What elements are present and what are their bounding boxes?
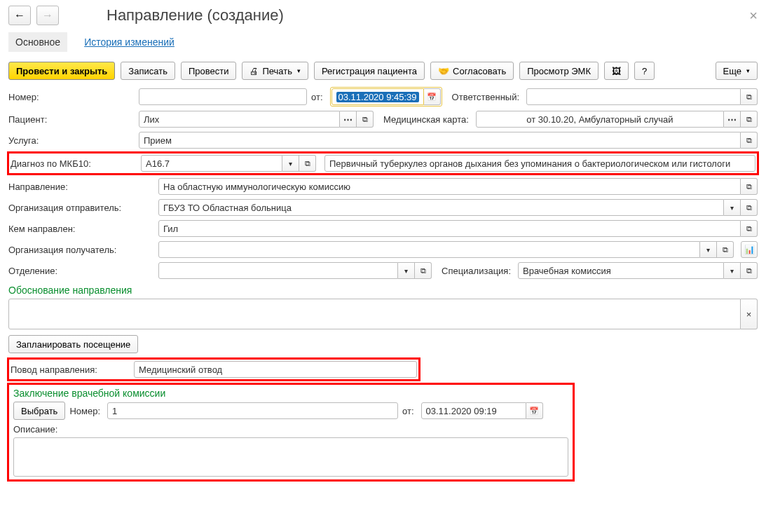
open-icon <box>746 93 752 102</box>
dots-icon <box>727 114 737 125</box>
dropdown-button[interactable] <box>724 262 741 279</box>
open-button[interactable] <box>717 241 734 258</box>
chevron-down-icon <box>404 266 408 275</box>
number-input[interactable] <box>139 88 307 105</box>
post-button[interactable]: Провести <box>181 62 237 80</box>
sent-by-label: Кем направлен: <box>8 224 154 234</box>
service-input[interactable]: Прием <box>139 132 741 149</box>
committee-from-label: от: <box>402 406 414 416</box>
tab-main[interactable]: Основное <box>8 32 67 52</box>
service-label: Услуга: <box>8 135 135 146</box>
dropdown-button[interactable] <box>700 241 717 258</box>
post-and-close-button[interactable]: Провести и закрыть <box>8 62 115 80</box>
org-receiver-label: Организация получатель: <box>8 245 154 255</box>
patient-input[interactable]: Лих <box>139 111 340 128</box>
reason-label: Повод направления: <box>11 364 130 375</box>
justification-title: Обоснование направления <box>8 285 758 296</box>
tab-history[interactable]: История изменений <box>77 32 182 52</box>
dropdown-button[interactable] <box>398 262 415 279</box>
justification-textarea[interactable] <box>8 299 741 329</box>
chevron-down-icon <box>289 159 292 168</box>
image-icon <box>612 66 621 76</box>
open-button[interactable] <box>741 199 758 216</box>
view-emk-button[interactable]: Просмотр ЭМК <box>519 62 599 80</box>
open-icon <box>746 136 752 145</box>
open-button[interactable] <box>741 262 758 279</box>
medcard-input[interactable]: от 30.10.20, Амбулаторный случай <box>476 111 724 128</box>
referral-input[interactable]: На областную иммунологическую комиссию <box>158 178 741 195</box>
handshake-icon <box>438 66 449 76</box>
medcard-label: Медицинская карта: <box>383 114 469 125</box>
open-button[interactable] <box>299 155 316 172</box>
image-button[interactable] <box>604 62 629 80</box>
description-textarea[interactable] <box>13 437 568 477</box>
open-button[interactable] <box>415 262 432 279</box>
select-button[interactable]: Выбрать <box>13 402 65 420</box>
open-button[interactable] <box>741 220 758 237</box>
dropdown-button[interactable] <box>282 155 299 172</box>
select-button[interactable] <box>724 111 741 128</box>
clear-button[interactable]: × <box>741 299 758 329</box>
datetime-input[interactable]: 03.11.2020 9:45:39 <box>331 88 424 105</box>
open-button[interactable] <box>741 178 758 195</box>
print-icon <box>249 66 259 76</box>
open-button[interactable] <box>741 111 758 128</box>
chevron-down-icon: ▾ <box>746 67 750 74</box>
committee-title: Заключение врачебной комиссии <box>13 388 568 399</box>
committee-number-label: Номер: <box>69 406 100 416</box>
dropdown-button[interactable] <box>724 199 741 216</box>
register-patient-button[interactable]: Регистрация пациента <box>314 62 425 80</box>
committee-number-input[interactable]: 1 <box>107 402 398 419</box>
org-sender-label: Организация отправитель: <box>8 203 154 213</box>
open-button[interactable] <box>741 132 758 149</box>
datetime-wrapper: 03.11.2020 9:45:39 <box>330 87 442 107</box>
department-input[interactable] <box>158 262 398 279</box>
calendar-button[interactable] <box>526 402 543 419</box>
agree-button[interactable]: Согласовать <box>430 62 514 80</box>
org-receiver-input[interactable] <box>158 241 700 258</box>
filter-icon <box>744 245 755 254</box>
patient-label: Пациент: <box>8 114 135 125</box>
responsible-input[interactable] <box>526 88 741 105</box>
chevron-down-icon: ▾ <box>297 67 301 74</box>
diagnosis-label: Диагноз по МКБ10: <box>11 158 137 169</box>
reason-input[interactable]: Медицинский отвод <box>134 361 417 378</box>
description-label: Описание: <box>13 424 568 435</box>
open-icon <box>746 203 752 212</box>
chevron-down-icon <box>706 245 710 254</box>
print-button[interactable]: Печать▾ <box>242 62 308 80</box>
write-button[interactable]: Записать <box>121 62 175 80</box>
from-label: от: <box>311 92 323 102</box>
committee-date-input[interactable]: 03.11.2020 09:19 <box>421 402 526 419</box>
sent-by-input[interactable]: Гил <box>158 220 741 237</box>
specialization-label: Специализация: <box>442 266 511 276</box>
open-icon <box>746 224 752 233</box>
calendar-icon <box>529 407 539 416</box>
open-icon <box>723 245 728 254</box>
diagnosis-code-input[interactable]: A16.7 <box>141 155 282 172</box>
more-button[interactable]: Еще▾ <box>716 62 758 80</box>
open-icon <box>362 115 368 124</box>
number-label: Номер: <box>8 92 135 102</box>
open-button[interactable] <box>357 111 374 128</box>
filter-button[interactable] <box>741 241 758 258</box>
open-icon <box>420 266 426 275</box>
close-icon[interactable]: × <box>749 8 758 24</box>
open-icon <box>746 266 752 275</box>
org-sender-input[interactable]: ГБУЗ ТО Областная больница <box>158 199 724 216</box>
back-button[interactable]: ← <box>8 6 31 25</box>
open-button[interactable] <box>741 88 758 105</box>
diagnosis-text-input[interactable]: Первичный туберкулез органов дыхания без… <box>324 155 755 172</box>
chevron-down-icon <box>730 203 734 212</box>
calendar-icon <box>427 93 437 102</box>
help-button[interactable]: ? <box>634 62 655 80</box>
calendar-button[interactable] <box>424 88 441 105</box>
forward-button[interactable]: → <box>36 6 59 25</box>
select-button[interactable] <box>340 111 357 128</box>
specialization-input[interactable]: Врачебная комиссия <box>518 262 724 279</box>
plan-visit-button[interactable]: Запланировать посещение <box>8 335 138 353</box>
chevron-down-icon <box>730 266 734 275</box>
department-label: Отделение: <box>8 266 154 276</box>
open-icon <box>746 115 752 124</box>
referral-label: Направление: <box>8 182 154 192</box>
